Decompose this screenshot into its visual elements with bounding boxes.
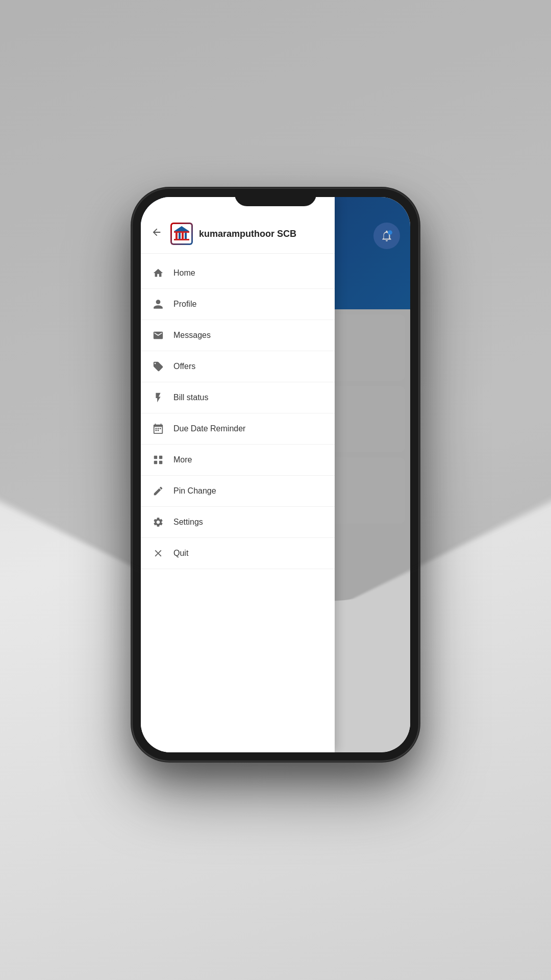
phone-screen: 📱 harge/Pay Bill <box>141 197 410 752</box>
gear-icon <box>151 515 165 529</box>
svg-rect-16 <box>174 239 189 240</box>
svg-rect-18 <box>158 428 159 429</box>
svg-rect-20 <box>156 430 157 431</box>
svg-rect-21 <box>158 430 159 431</box>
menu-label-pin-change: Pin Change <box>173 486 216 496</box>
phone-notch <box>235 189 316 206</box>
menu-item-messages[interactable]: Messages <box>141 320 335 351</box>
phone-frame: 📱 harge/Pay Bill <box>133 189 418 761</box>
grid-icon <box>151 453 165 467</box>
menu-item-pin-change[interactable]: Pin Change <box>141 476 335 507</box>
bank-logo <box>170 223 193 245</box>
svg-rect-15 <box>185 233 187 239</box>
svg-rect-22 <box>154 456 157 459</box>
svg-rect-13 <box>179 233 181 239</box>
bank-name: kumaramputhoor SCB <box>199 229 327 239</box>
svg-rect-25 <box>159 461 162 464</box>
menu-item-profile[interactable]: Profile <box>141 289 335 320</box>
menu-item-settings[interactable]: Settings <box>141 507 335 538</box>
svg-rect-10 <box>174 231 189 233</box>
svg-rect-12 <box>176 233 178 239</box>
nav-drawer: kumaramputhoor SCB Home <box>141 197 335 752</box>
menu-label-more: More <box>173 455 192 464</box>
calendar-icon <box>151 422 165 436</box>
menu-label-quit: Quit <box>173 549 188 558</box>
app-content: 📱 harge/Pay Bill <box>141 197 410 752</box>
menu-label-messages: Messages <box>173 331 211 340</box>
svg-rect-23 <box>159 456 162 459</box>
menu-label-settings: Settings <box>173 518 203 527</box>
svg-rect-24 <box>154 461 157 464</box>
menu-item-bill-status[interactable]: Bill status <box>141 382 335 413</box>
bolt-icon <box>151 390 165 405</box>
svg-rect-19 <box>160 428 161 429</box>
bank-logo-inner <box>172 224 191 243</box>
menu-label-profile: Profile <box>173 300 196 309</box>
menu-label-home: Home <box>173 268 195 278</box>
back-button[interactable] <box>149 225 164 243</box>
svg-rect-14 <box>182 233 184 239</box>
page-background: 📱 harge/Pay Bill <box>0 0 551 980</box>
person-icon <box>151 297 165 311</box>
menu-item-home[interactable]: Home <box>141 258 335 289</box>
svg-rect-17 <box>156 428 157 429</box>
back-icon <box>151 227 162 238</box>
close-icon <box>151 546 165 560</box>
menu-item-offers[interactable]: Offers <box>141 351 335 382</box>
menu-item-due-date-reminder[interactable]: Due Date Reminder <box>141 413 335 445</box>
menu-item-more[interactable]: More <box>141 445 335 476</box>
menu-label-due-date-reminder: Due Date Reminder <box>173 424 245 433</box>
envelope-icon <box>151 328 165 342</box>
tag-icon <box>151 359 165 374</box>
menu-label-offers: Offers <box>173 362 195 371</box>
menu-label-bill-status: Bill status <box>173 393 208 402</box>
drawer-menu: Home Profile <box>141 254 335 573</box>
pencil-icon <box>151 484 165 498</box>
home-icon <box>151 266 165 280</box>
menu-item-quit[interactable]: Quit <box>141 538 335 569</box>
